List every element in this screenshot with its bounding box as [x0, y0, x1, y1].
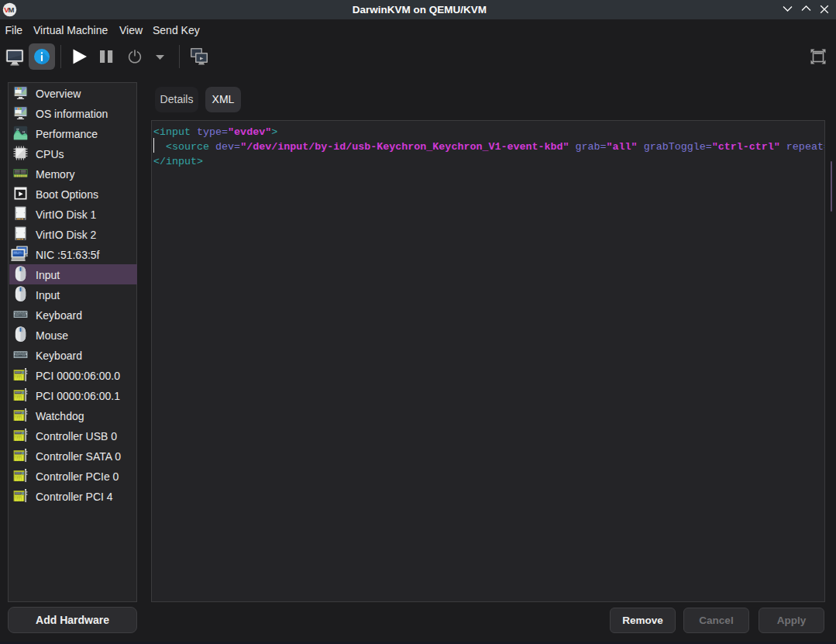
- svg-text:M: M: [9, 5, 15, 14]
